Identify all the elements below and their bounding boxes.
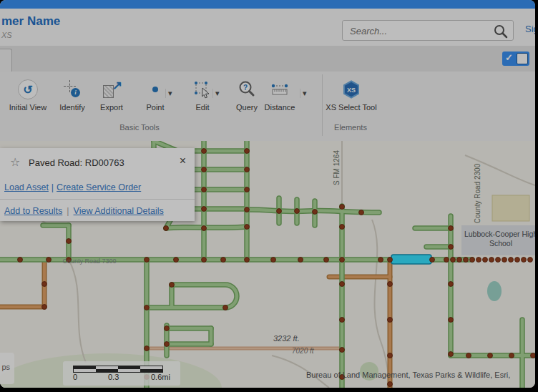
toggle-knob[interactable] — [517, 53, 528, 64]
initial-view-icon: ↺ — [18, 79, 38, 99]
distance-dropdown-chevron[interactable]: ▾ — [300, 89, 309, 98]
app-header: mer Name XS Sig — [0, 9, 535, 46]
map-attribution: Bureau of Land Management, Texas Parks &… — [306, 371, 535, 379]
school-label: Lubbock-Cooper High School — [464, 230, 535, 248]
customer-subtitle: XS — [1, 31, 12, 39]
export-button[interactable]: ↗ Export — [93, 77, 130, 112]
measurement-label-1: 3232 ft. — [273, 334, 300, 343]
road-label-county-road-7300: County Road 7300 — [39, 258, 140, 265]
school-building — [492, 195, 529, 221]
popup-title: Paved Road: RD00763 — [29, 157, 124, 168]
query-icon: ? — [238, 80, 256, 99]
xs-select-tool-label: XS Select Tool — [326, 103, 376, 112]
point-dropdown-chevron[interactable]: ▾ — [165, 89, 175, 98]
edit-label: Edit — [196, 103, 210, 112]
scale-bar — [73, 366, 163, 373]
toolbar-ribbon: ↺ Initial View i Identify ↗ Export Point… — [0, 72, 535, 142]
identify-popup: ☆ Paved Road: RD00763 × Load Asset|Creat… — [0, 148, 195, 221]
popup-divider — [0, 199, 195, 200]
svg-text:XS: XS — [347, 87, 356, 94]
elements-group-label: Elements — [315, 123, 386, 132]
identify-label: Identify — [59, 103, 84, 112]
scale-bar-panel: 0 0.3 0.6mi — [63, 361, 180, 386]
point-icon — [152, 87, 158, 92]
svg-text:?: ? — [243, 84, 248, 92]
scale-label-start: 0 — [73, 373, 77, 381]
road-label-s-fm-1264: S FM 1264 — [333, 143, 341, 193]
sign-out-link[interactable]: Sig — [525, 24, 535, 34]
identify-icon: i — [63, 80, 82, 99]
popup-actions-row-2: Add to Results|View Additional Details — [4, 206, 164, 216]
distance-label: Distance — [265, 103, 295, 112]
customer-name-title: mer Name — [1, 14, 60, 29]
app-window: mer Name XS Sig ✓ ↺ Initial View i — [0, 0, 535, 388]
view-additional-details-link[interactable]: View Additional Details — [74, 206, 164, 216]
favorite-star-icon[interactable]: ☆ — [10, 155, 20, 169]
identify-button[interactable]: i Identify — [52, 77, 93, 112]
map-canvas[interactable]: S FM 1264 County Road 2300 Lubbock-Coope… — [0, 141, 535, 388]
xs-select-tool-button[interactable]: XS XS Select Tool — [323, 77, 379, 112]
export-icon: ↗ — [102, 79, 122, 99]
initial-view-label: Initial View — [9, 103, 47, 112]
top-accent-bar — [0, 0, 535, 9]
basemap-panel-partial[interactable]: ps — [0, 353, 14, 384]
search-icon[interactable] — [493, 24, 509, 39]
query-label: Query — [236, 103, 258, 112]
scale-label-end: 0.6mi — [151, 373, 170, 381]
distance-icon — [270, 80, 290, 99]
search-input[interactable] — [348, 23, 491, 39]
distance-tool-button[interactable]: Distance — [259, 77, 300, 112]
popup-actions-row-1: Load Asset|Create Service Order — [4, 182, 141, 192]
scale-label-mid: 0.3 — [108, 373, 119, 381]
road-label-county-road-2300: County Road 2300 — [474, 160, 481, 227]
basic-tools-group-label: Basic Tools — [86, 123, 193, 132]
ribbon-visibility-toggle[interactable]: ✓ — [502, 52, 529, 66]
partial-tab[interactable] — [0, 49, 12, 72]
point-label: Point — [146, 103, 164, 112]
basemap-panel-label: ps — [1, 363, 10, 371]
load-asset-link[interactable]: Load Asset — [4, 182, 49, 192]
search-box[interactable] — [342, 20, 514, 41]
edit-dropdown-chevron[interactable]: ▾ — [212, 89, 222, 98]
export-label: Export — [100, 103, 123, 112]
measurement-label-2: 7020 ft — [292, 347, 314, 355]
initial-view-button[interactable]: ↺ Initial View — [4, 77, 52, 112]
toggle-check-icon: ✓ — [505, 52, 513, 63]
close-icon[interactable]: × — [180, 155, 186, 167]
create-service-order-link[interactable]: Create Service Order — [57, 182, 141, 192]
selected-road-segment[interactable] — [391, 255, 431, 264]
add-to-results-link[interactable]: Add to Results — [4, 206, 62, 216]
ribbon-tab-strip: ✓ — [0, 46, 535, 72]
link-separator-2: | — [67, 206, 69, 216]
link-separator: | — [52, 182, 54, 192]
xs-hexagon-icon: XS — [341, 79, 362, 100]
edit-icon — [193, 80, 212, 99]
pond-right — [487, 281, 502, 301]
